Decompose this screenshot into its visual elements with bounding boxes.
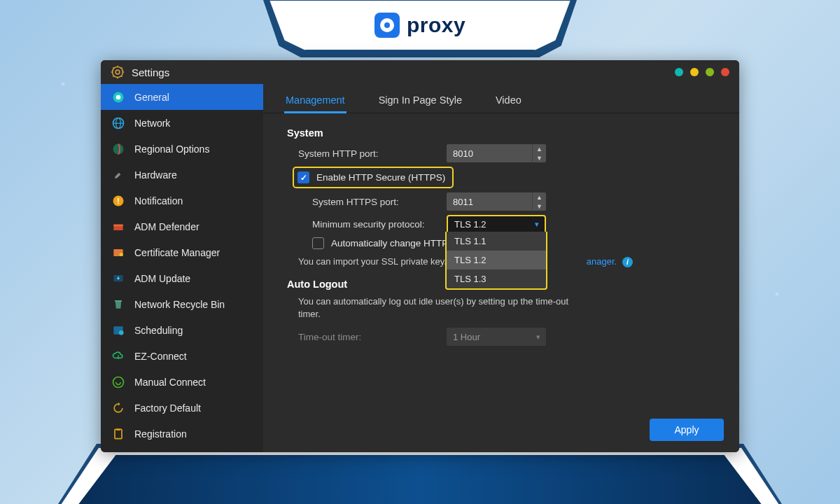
tab-video[interactable]: Video: [496, 94, 522, 113]
spinner-arrows[interactable]: ▲▼: [532, 144, 546, 162]
sidebar-item-regional[interactable]: Regional Options: [101, 136, 263, 162]
firewall-icon: [111, 219, 126, 234]
content-area: System System HTTP port: 8010 ▲▼ Enable …: [263, 113, 739, 452]
trash-icon: [111, 297, 126, 312]
window-close-dot[interactable]: [721, 68, 729, 76]
window-fullscreen-dot[interactable]: [706, 68, 714, 76]
window-maximize-dot[interactable]: [690, 68, 699, 76]
brand-logo-icon: [374, 13, 400, 38]
timeout-value: 1 Hour: [453, 332, 480, 342]
svg-point-1: [115, 70, 120, 74]
http-port-label: System HTTP port:: [283, 148, 447, 159]
chevron-up-icon: ▲: [533, 192, 546, 202]
svg-line-6: [113, 67, 114, 69]
brand-name: proxy: [407, 13, 465, 37]
clipboard-icon: [111, 426, 126, 442]
sidebar-item-certificate[interactable]: Certificate Manager: [101, 239, 263, 265]
settings-window: Settings General Network Regional Option…: [101, 60, 739, 452]
sidebar-item-label: Certificate Manager: [134, 247, 220, 258]
svg-rect-23: [115, 300, 122, 302]
sidebar-item-label: Scheduling: [134, 325, 183, 336]
chevron-down-icon: ▾: [536, 332, 540, 342]
alert-icon: !: [111, 193, 126, 209]
sidebar-item-general[interactable]: General: [101, 84, 263, 110]
sidebar-item-manualconnect[interactable]: Manual Connect: [101, 369, 263, 395]
sidebar-item-update[interactable]: ADM Update: [101, 265, 263, 291]
region-icon: [111, 141, 126, 157]
sidebar-item-label: Hardware: [134, 169, 177, 181]
gear-icon: [111, 65, 125, 79]
sidebar-item-notification[interactable]: ! Notification: [101, 188, 263, 214]
section-system-heading: System: [287, 127, 720, 139]
bottom-banner: [49, 455, 791, 504]
chevron-down-icon: ▾: [535, 220, 539, 229]
min-protocol-value: TLS 1.2: [454, 219, 486, 230]
sidebar-item-scheduling[interactable]: Scheduling: [101, 317, 263, 343]
https-port-input[interactable]: 8011 ▲▼: [447, 192, 546, 211]
svg-point-25: [119, 330, 124, 335]
auto-change-checkbox[interactable]: [312, 237, 324, 249]
svg-line-8: [113, 76, 114, 77]
svg-text:!: !: [117, 196, 120, 205]
enable-https-checkbox[interactable]: [298, 172, 309, 183]
svg-rect-27: [115, 429, 122, 438]
top-banner: proxy: [270, 0, 570, 50]
main-panel: Management Sign In Page Style Video Syst…: [263, 84, 739, 452]
sidebar-item-label: Registration: [134, 428, 187, 440]
spinner-arrows[interactable]: ▲▼: [532, 192, 546, 211]
apply-button[interactable]: Apply: [650, 419, 724, 441]
general-icon: [111, 90, 126, 105]
protocol-option-tls13[interactable]: TLS 1.3: [447, 270, 546, 288]
min-protocol-selectbox[interactable]: TLS 1.2 ▾: [447, 215, 546, 233]
enable-https-label: Enable HTTP Secure (HTTPS): [316, 172, 445, 183]
timeout-label: Time-out timer:: [283, 332, 447, 342]
sidebar-item-network[interactable]: Network: [101, 110, 263, 136]
chevron-up-icon: ▲: [533, 144, 546, 153]
enable-https-highlight: Enable HTTP Secure (HTTPS): [293, 167, 454, 188]
sidebar-item-factorydefault[interactable]: Factory Default: [101, 395, 263, 421]
sidebar-item-recyclebin[interactable]: Network Recycle Bin: [101, 291, 263, 317]
certificate-icon: [111, 245, 126, 260]
sidebar-item-label: ADM Update: [134, 273, 190, 284]
svg-line-9: [121, 67, 122, 69]
sidebar-item-label: Factory Default: [134, 402, 201, 414]
min-protocol-select[interactable]: TLS 1.2 ▾ TLS 1.1 TLS 1.2 TLS 1.3: [447, 215, 546, 233]
min-protocol-dropdown: TLS 1.1 TLS 1.2 TLS 1.3: [445, 232, 547, 290]
sidebar-item-defender[interactable]: ADM Defender: [101, 214, 263, 239]
info-icon[interactable]: i: [622, 257, 633, 267]
sidebar-item-label: ADM Defender: [134, 221, 200, 232]
svg-point-11: [116, 94, 121, 99]
svg-rect-19: [113, 224, 122, 226]
https-port-label: System HTTPS port:: [283, 197, 447, 207]
tab-signin-style[interactable]: Sign In Page Style: [379, 94, 462, 113]
sidebar: General Network Regional Options Hardwar…: [101, 84, 263, 452]
sidebar-item-label: General: [134, 92, 169, 103]
protocol-option-tls11[interactable]: TLS 1.1: [447, 232, 546, 251]
autologout-desc: You can automatically log out idle user(…: [283, 295, 577, 321]
svg-point-21: [120, 253, 123, 256]
svg-point-26: [113, 377, 124, 387]
svg-point-15: [113, 144, 124, 154]
hardware-icon: [111, 167, 126, 183]
tab-management[interactable]: Management: [286, 94, 345, 113]
window-controls: [675, 68, 729, 76]
update-icon: [111, 271, 126, 286]
window-title: Settings: [132, 66, 169, 78]
certificate-manager-link[interactable]: anager.: [587, 256, 617, 267]
sidebar-item-registration[interactable]: Registration: [101, 421, 263, 447]
protocol-option-tls12[interactable]: TLS 1.2: [447, 251, 546, 270]
sidebar-item-label: Notification: [134, 195, 183, 206]
sidebar-item-ezconnect[interactable]: EZ-Connect: [101, 343, 263, 369]
reset-icon: [111, 400, 126, 416]
tabs: Management Sign In Page Style Video: [263, 84, 739, 113]
window-minimize-dot[interactable]: [675, 68, 683, 76]
cloud-icon: [111, 349, 126, 364]
sidebar-item-label: EZ-Connect: [134, 351, 187, 362]
chevron-down-icon: ▼: [533, 202, 546, 211]
timeout-select[interactable]: 1 Hour ▾: [447, 328, 546, 346]
svg-rect-28: [117, 428, 120, 430]
titlebar: Settings: [101, 60, 739, 84]
connect-icon: [111, 374, 126, 390]
http-port-input[interactable]: 8010 ▲▼: [447, 144, 546, 162]
sidebar-item-hardware[interactable]: Hardware: [101, 162, 263, 188]
